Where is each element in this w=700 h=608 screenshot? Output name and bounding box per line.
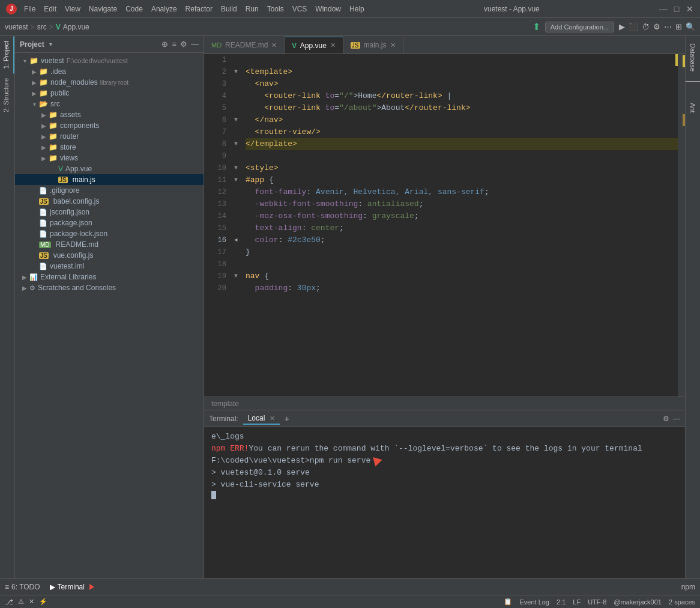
- encoding-label[interactable]: UTF-8: [588, 598, 606, 606]
- position-label[interactable]: 2:1: [557, 598, 566, 606]
- editor-scrollbar[interactable]: [678, 54, 685, 397]
- menu-analyze[interactable]: Analyze: [151, 5, 177, 13]
- project-tab[interactable]: 1: Project: [0, 36, 14, 73]
- minimize-panel-icon[interactable]: —: [191, 40, 199, 49]
- main-js-tab-close[interactable]: ✕: [390, 41, 396, 49]
- ln-8: 8: [204, 138, 226, 150]
- breadcrumb-file[interactable]: App.vue: [63, 23, 89, 31]
- tree-root[interactable]: ▾ 📁 vuetest F:\coded\vue\vuetest: [15, 55, 204, 66]
- tree-item-readme[interactable]: MD README.md: [15, 239, 204, 250]
- fold-arrow-6[interactable]: ▼: [234, 114, 238, 126]
- right-tab-ant[interactable]: Ant: [687, 98, 699, 118]
- menu-help[interactable]: Help: [349, 5, 364, 13]
- terminal-minimize-icon[interactable]: —: [673, 415, 680, 423]
- menu-refactor[interactable]: Refactor: [186, 5, 213, 13]
- tree-item-src[interactable]: ▾ 📂 src: [15, 99, 204, 109]
- profile-icon[interactable]: ⏱: [642, 22, 650, 31]
- terminal-local-close[interactable]: ✕: [270, 415, 275, 422]
- fold-10[interactable]: ▼: [231, 162, 241, 174]
- fold-arrow-2[interactable]: ▼: [234, 66, 238, 78]
- menu-navigate[interactable]: Navigate: [89, 5, 117, 13]
- tree-item-views[interactable]: ▶ 📁 views: [15, 153, 204, 163]
- tree-item-idea[interactable]: ▶ 📁 .idea: [15, 66, 204, 77]
- tree-item-store[interactable]: ▶ 📁 store: [15, 142, 204, 153]
- app-vue-tab-close[interactable]: ✕: [330, 41, 336, 49]
- indent-label[interactable]: 2 spaces: [669, 598, 695, 606]
- tree-item-app-vue[interactable]: V App.vue: [15, 163, 204, 174]
- tab-readme[interactable]: MD README.md ✕: [204, 37, 285, 53]
- menu-build[interactable]: Build: [221, 5, 237, 13]
- breadcrumb-project[interactable]: vuetest: [5, 23, 28, 31]
- terminal-tab-local[interactable]: Local ✕: [243, 413, 280, 425]
- event-log-label[interactable]: Event Log: [519, 598, 549, 606]
- menu-vcs[interactable]: VCS: [292, 5, 307, 13]
- menu-code[interactable]: Code: [125, 5, 143, 13]
- menu-edit[interactable]: Edit: [44, 5, 56, 13]
- readme-tab-close[interactable]: ✕: [271, 41, 277, 49]
- bp-tab-terminal[interactable]: ▶ Terminal: [50, 583, 94, 591]
- tree-item-package-lock[interactable]: 📄 package-lock.json: [15, 228, 204, 239]
- vcs-icon[interactable]: ⎇: [5, 598, 13, 606]
- tree-item-package[interactable]: 📄 package.json: [15, 217, 204, 228]
- tree-item-assets[interactable]: ▶ 📁 assets: [15, 109, 204, 120]
- warnings-icon[interactable]: ⚠: [18, 598, 24, 606]
- fold-2[interactable]: ▼: [231, 66, 241, 78]
- tree-item-gitignore[interactable]: 📄 .gitignore: [15, 185, 204, 196]
- debug-icon[interactable]: ⬛: [629, 22, 638, 31]
- panel-dropdown-icon[interactable]: ▾: [49, 41, 52, 47]
- tree-item-components[interactable]: ▶ 📁 components: [15, 120, 204, 131]
- fold-8[interactable]: ▼: [231, 138, 241, 150]
- fold-6[interactable]: ▼: [231, 114, 241, 126]
- menu-view[interactable]: View: [65, 5, 80, 13]
- tree-item-vue-config[interactable]: JS vue.config.js: [15, 250, 204, 261]
- right-tab-database[interactable]: Database: [687, 38, 699, 76]
- tree-item-router[interactable]: ▶ 📁 router: [15, 131, 204, 142]
- layout-icon[interactable]: ⊞: [675, 22, 682, 31]
- tree-item-iml[interactable]: 📄 vuetest.iml: [15, 261, 204, 272]
- tab-app-vue[interactable]: V App.vue ✕: [285, 37, 343, 53]
- tab-main-js[interactable]: JS main.js ✕: [343, 37, 403, 53]
- code-editor[interactable]: 1 2 3 4 5 6 7 8 9 10 11 12 13 14 15 16 1…: [204, 54, 685, 397]
- gear-icon[interactable]: ⚙: [180, 40, 187, 49]
- coverage-icon[interactable]: ⚙: [653, 22, 660, 31]
- menu-run[interactable]: Run: [246, 5, 259, 13]
- add-configuration-button[interactable]: Add Configuration...: [545, 22, 614, 32]
- maximize-button[interactable]: □: [672, 5, 681, 13]
- run-icon[interactable]: ▶: [619, 22, 625, 31]
- tree-item-jsconfig[interactable]: 📄 jsconfig.json: [15, 207, 204, 217]
- fold-11[interactable]: ▼: [231, 174, 241, 186]
- terminal-add-button[interactable]: +: [285, 414, 289, 424]
- menu-file[interactable]: File: [24, 5, 35, 13]
- tree-item-main-js[interactable]: JS main.js: [15, 174, 204, 185]
- fold-arrow-11[interactable]: ▼: [234, 174, 238, 186]
- fold-arrow-19[interactable]: ▼: [234, 270, 238, 282]
- locate-icon[interactable]: ⊕: [161, 40, 168, 49]
- fold-19[interactable]: ▼: [231, 270, 241, 282]
- code-content[interactable]: <template> <nav> <router-link to="/">Hom…: [241, 54, 678, 397]
- bp-tab-todo[interactable]: ≡ 6: TODO: [5, 583, 40, 591]
- tree-item-node-modules[interactable]: ▶ 📁 node_modules library root: [15, 77, 204, 88]
- power-icon[interactable]: ⚡: [39, 598, 47, 606]
- terminal-gear-icon[interactable]: ⚙: [663, 415, 669, 423]
- event-log-icon[interactable]: 📋: [504, 598, 512, 606]
- structure-tab[interactable]: 2: Structure: [0, 73, 14, 117]
- more-icon[interactable]: ⋯: [664, 22, 672, 31]
- search-icon[interactable]: 🔍: [686, 22, 695, 31]
- breadcrumb-src[interactable]: src: [37, 23, 47, 31]
- errors-icon[interactable]: ✕: [29, 598, 34, 606]
- minimize-button[interactable]: —: [659, 5, 668, 13]
- tree-item-scratches[interactable]: ▶ ⚙ Scratches and Consoles: [15, 282, 204, 293]
- tree-item-external-libs[interactable]: ▶ 📊 External Libraries: [15, 272, 204, 282]
- scroll-from-source-icon[interactable]: ≡: [172, 40, 177, 49]
- tree-item-babel[interactable]: JS babel.config.js: [15, 196, 204, 207]
- editor-breadcrumb: template: [211, 400, 239, 408]
- menu-tools[interactable]: Tools: [267, 5, 284, 13]
- terminal-content[interactable]: e\_logs npm ERR! You can rerun the comma…: [204, 427, 685, 578]
- fold-arrow-10[interactable]: ▼: [234, 162, 238, 174]
- npm-label[interactable]: npm: [681, 583, 695, 591]
- line-ending-label[interactable]: LF: [573, 598, 581, 606]
- tree-item-public[interactable]: ▶ 📁 public: [15, 88, 204, 99]
- menu-window[interactable]: Window: [315, 5, 341, 13]
- fold-arrow-8[interactable]: ▼: [234, 138, 238, 150]
- close-button[interactable]: ✕: [686, 5, 694, 13]
